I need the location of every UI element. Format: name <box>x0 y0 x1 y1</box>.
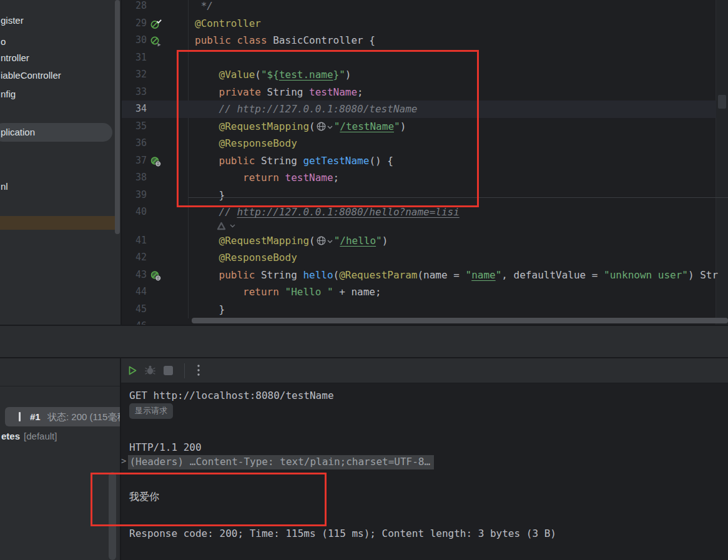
line-number: 42 <box>122 249 147 267</box>
line-number: 38 <box>122 169 147 187</box>
tree-item-nl[interactable]: nl <box>1 180 119 194</box>
service-item-name: etes <box>1 431 20 441</box>
http-client-console: GET http://localhost:8080/testName 显示请求 … <box>121 384 728 560</box>
bean-web-gutter-icon[interactable] <box>150 270 162 281</box>
request-run-item[interactable]: #1 状态: 200 (115毫秒) <box>5 407 120 426</box>
code-text[interactable]: private String testName; <box>195 84 363 101</box>
line-number: 44 <box>122 283 147 301</box>
code-line-43[interactable]: 43 public String hello(@RequestParam(nam… <box>122 267 728 284</box>
code-text[interactable]: // http://127.0.0.1:8080/testName <box>195 101 417 118</box>
headers-fold-row: >(Headers) …Content-Type: text/plain;cha… <box>121 455 434 470</box>
code-line-44[interactable]: 44 return "Hello " + name; <box>122 283 728 301</box>
line-number: 33 <box>122 84 147 101</box>
code-text[interactable]: public String getTestName() { <box>195 152 393 170</box>
tree-highlight-band <box>0 216 119 230</box>
code-text[interactable]: public String hello(@RequestParam(name =… <box>195 267 718 284</box>
code-text[interactable]: @ResponseBody <box>195 249 297 267</box>
run-icon <box>127 369 138 378</box>
request-mapping-globe-icon[interactable] <box>316 234 333 252</box>
code-line-41[interactable]: 41 @RequestMapping("/hello") <box>122 232 728 250</box>
requests-panel-divider <box>0 386 120 386</box>
code-text[interactable]: public class BasicController { <box>195 32 375 49</box>
current-line-stripe-marker <box>718 95 726 109</box>
code-line-30[interactable]: 30public class BasicController { <box>122 32 728 49</box>
more-options-button[interactable] <box>192 363 205 376</box>
debug-button[interactable] <box>144 365 156 377</box>
code-line-42[interactable]: 42 @ResponseBody <box>122 249 728 267</box>
code-line-39[interactable]: 39 } <box>122 187 728 204</box>
tree-item-gister[interactable]: gister <box>1 14 119 27</box>
code-text[interactable]: @Value("${test.name}") <box>195 66 351 84</box>
code-line-37[interactable]: 37 public String getTestName() { <box>122 152 728 170</box>
line-number: 28 <box>122 0 147 15</box>
bean-web-gutter-icon[interactable] <box>150 155 162 167</box>
code-line-29[interactable]: 29@Controller <box>122 15 728 32</box>
editor-hscrollbar[interactable] <box>192 318 728 323</box>
project-tree-panel: gisterontrolleriableControllernfigplicat… <box>0 0 121 325</box>
line-number: 39 <box>122 187 147 204</box>
tree-item-iableController[interactable]: iableController <box>1 69 119 82</box>
run-id: #1 <box>30 407 41 426</box>
toolbar-divider <box>184 363 185 378</box>
code-text[interactable]: return "Hello " + name; <box>195 283 381 301</box>
project-scrollbar[interactable] <box>115 0 120 234</box>
stop-button[interactable] <box>164 366 173 375</box>
tree-item-ntroller[interactable]: ntroller <box>1 51 119 65</box>
code-text[interactable]: @RequestMapping("/testName") <box>195 118 406 137</box>
tree-item-plication[interactable]: plication <box>0 123 112 142</box>
headers-folded-region[interactable]: (Headers) …Content-Type: text/plain;char… <box>128 455 434 469</box>
response-summary-line: Response code: 200; Time: 115ms (115 ms)… <box>129 528 556 539</box>
line-number: 45 <box>122 301 147 318</box>
requests-panel: #1 状态: 200 (115毫秒) etes[default] <box>0 358 120 560</box>
request-mapping-globe-icon[interactable] <box>316 120 333 137</box>
line-number: 30 <box>122 32 147 49</box>
fold-chevron-icon[interactable]: > <box>121 456 126 466</box>
code-line-38[interactable]: 38 return testName; <box>122 169 728 187</box>
line-number: 29 <box>122 15 147 32</box>
method-separator <box>189 197 728 198</box>
kebab-menu-icon <box>197 370 200 379</box>
line-number: 40 <box>122 204 147 221</box>
code-text[interactable]: } <box>195 301 225 318</box>
show-request-button[interactable]: 显示请求 <box>129 403 173 419</box>
line-number: 41 <box>122 232 147 250</box>
line-number: 32 <box>122 66 147 84</box>
code-text[interactable]: @RequestMapping("/hello") <box>195 232 388 252</box>
tree-item-o[interactable]: o <box>1 35 119 49</box>
bug-icon <box>144 368 156 378</box>
ai-inlay-icon[interactable] <box>217 222 235 230</box>
code-text[interactable]: return testName; <box>195 169 339 187</box>
code-line-36[interactable]: 36 @ResponseBody <box>122 135 728 152</box>
code-text[interactable]: // http://127.0.0.1:8080/hello?name=lisi <box>195 204 460 221</box>
code-lines[interactable]: 28 */29@Controller30public class BasicCo… <box>122 0 728 325</box>
code-line-40[interactable]: 40 // http://127.0.0.1:8080/hello?name=l… <box>122 204 728 221</box>
line-number: 31 <box>122 49 147 67</box>
code-text[interactable]: @Controller <box>195 15 261 32</box>
code-line-35[interactable]: 35 @RequestMapping("/testName") <box>122 118 728 135</box>
code-line-33[interactable]: 33 private String testName; <box>122 84 728 101</box>
code-text[interactable]: } <box>195 187 225 204</box>
code-line-32[interactable]: 32 @Value("${test.name}") <box>122 66 728 84</box>
service-item[interactable]: etes[default] <box>1 428 120 445</box>
code-line-34[interactable]: 34 // http://127.0.0.1:8080/testName <box>122 101 728 118</box>
line-number: 46 <box>122 318 147 325</box>
run-status: 状态: 200 (115毫秒) <box>47 407 120 426</box>
code-editor[interactable]: 28 */29@Controller30public class BasicCo… <box>122 0 728 325</box>
requests-scrollbar[interactable] <box>109 472 116 560</box>
tree-item-nfig[interactable]: nfig <box>1 87 119 101</box>
line-number: 34 <box>122 101 147 118</box>
code-line-45[interactable]: 45 } <box>122 301 728 318</box>
run-request-button[interactable] <box>126 365 139 377</box>
bean-run-gutter-icon[interactable] <box>150 35 162 46</box>
code-line-28[interactable]: 28 */ <box>122 0 728 15</box>
request-line[interactable]: GET http://localhost:8080/testName <box>129 390 334 401</box>
line-number: 43 <box>122 267 147 284</box>
line-number: 37 <box>122 152 147 170</box>
code-text[interactable]: @ResponseBody <box>195 135 297 152</box>
response-status-line: HTTP/1.1 200 <box>129 441 202 453</box>
line-number: 35 <box>122 118 147 135</box>
toolwindow-header-band <box>0 325 728 358</box>
code-line-31[interactable]: 31 <box>122 49 728 67</box>
code-text[interactable]: */ <box>195 0 213 15</box>
bean-check-gutter-icon[interactable] <box>150 18 162 29</box>
